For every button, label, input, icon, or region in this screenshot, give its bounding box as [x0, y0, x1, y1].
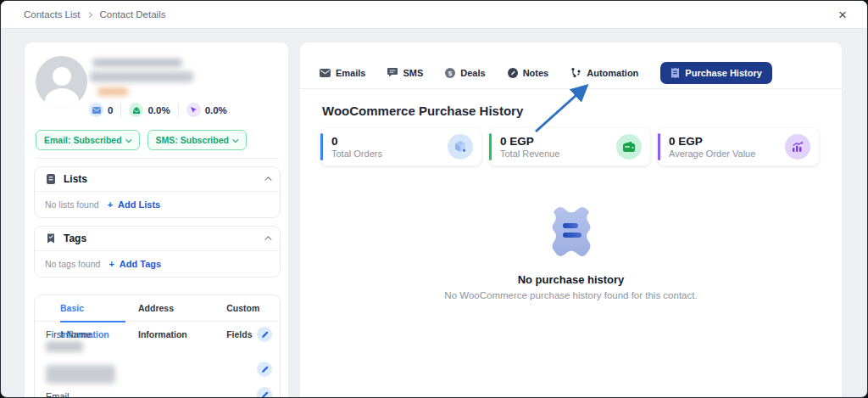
- page-title: WooCommerce Purchase History: [322, 104, 523, 118]
- lists-card-title: Lists: [64, 173, 258, 185]
- no-tags-text: No tags found: [45, 259, 100, 269]
- main-tab-bar: Emails SMS $ Deals Notes Automation Purc…: [300, 42, 842, 89]
- pencil-icon: [261, 391, 269, 398]
- stat-divider: [178, 104, 179, 117]
- edit-last-name-button[interactable]: [257, 362, 272, 377]
- contact-name-redacted: [92, 59, 182, 67]
- sms-subscription-label: SMS: Subscribed: [156, 135, 229, 145]
- add-tags-button[interactable]: + Add Tags: [108, 259, 161, 269]
- edit-email-button[interactable]: [257, 387, 272, 398]
- chevron-up-icon[interactable]: [264, 236, 271, 243]
- empty-state-title: No purchase history: [300, 273, 842, 286]
- average-order-value: 0 EGP: [669, 135, 785, 149]
- email-icon: [320, 69, 331, 77]
- first-name-value-redacted: [46, 341, 83, 352]
- lists-card-header[interactable]: Lists: [35, 167, 280, 192]
- receipt-icon: [670, 68, 680, 78]
- average-order-value-card: 0 EGP Average Order Value: [658, 128, 819, 165]
- lists-card-body: No lists found + Add Lists: [35, 192, 280, 217]
- edit-first-name-button[interactable]: [257, 327, 272, 342]
- wallet-icon: [616, 134, 642, 160]
- close-icon[interactable]: ×: [835, 6, 850, 24]
- chart-growth-icon: [785, 134, 810, 160]
- tags-card-title: Tags: [64, 233, 258, 244]
- contact-details-window: Contacts List Contact Details × 0: [0, 0, 868, 398]
- open-envelope-icon: [129, 103, 143, 117]
- total-revenue-card: 0 EGP Total Revenue: [489, 128, 650, 165]
- tab-sms-label: SMS: [403, 68, 423, 78]
- tab-notes[interactable]: Notes: [508, 68, 549, 78]
- total-orders-label: Total Orders: [331, 149, 448, 159]
- tags-card: Tags No tags found + Add Tags: [34, 226, 281, 277]
- add-lists-label: Add Lists: [118, 199, 160, 210]
- tab-deals-label: Deals: [460, 68, 485, 78]
- avatar-shoulders-shape: [45, 88, 79, 108]
- tab-custom-fields[interactable]: Custom Fields: [226, 295, 280, 322]
- subscription-buttons: Email: Subscribed SMS: Subscribed: [36, 130, 247, 150]
- sms-icon: [387, 68, 398, 77]
- envelope-icon: [89, 103, 103, 117]
- first-name-label: First Name: [46, 329, 92, 339]
- tab-automation[interactable]: Automation: [570, 67, 638, 78]
- plus-icon: +: [108, 199, 113, 210]
- click-rate-value: 0.0%: [205, 105, 227, 115]
- tab-automation-label: Automation: [587, 68, 638, 78]
- total-revenue-label: Total Revenue: [500, 149, 616, 159]
- stat-emails-sent: 0: [89, 103, 113, 117]
- tab-sms[interactable]: SMS: [387, 68, 423, 78]
- tab-deals[interactable]: $ Deals: [445, 68, 485, 78]
- total-orders-card: 0 Total Orders: [320, 128, 481, 165]
- total-orders-value: 0: [331, 135, 448, 149]
- empty-receipt-icon: [548, 202, 595, 261]
- lists-card: Lists No lists found + Add Lists: [34, 166, 281, 218]
- tags-card-header[interactable]: Tags: [35, 227, 280, 251]
- no-lists-text: No lists found: [45, 199, 99, 210]
- last-name-redacted: [46, 365, 115, 384]
- email-subscription-dropdown[interactable]: Email: Subscribed: [36, 130, 140, 150]
- stat-click-rate: 0.0%: [186, 103, 227, 117]
- tab-purchase-history-label: Purchase History: [685, 68, 761, 78]
- total-revenue-value: 0 EGP: [500, 135, 616, 149]
- pencil-icon: [261, 366, 269, 373]
- avatar-head-shape: [53, 67, 71, 86]
- breadcrumb-chevron-icon: [86, 11, 92, 17]
- contact-sidebar: 0 0.0% 0.0% Email: Subscribed: [24, 42, 289, 398]
- tab-basic-information[interactable]: Basic Information: [60, 295, 125, 322]
- tab-emails[interactable]: Emails: [320, 68, 365, 78]
- tag-icon: [45, 233, 57, 244]
- breadcrumb-contacts-list[interactable]: Contacts List: [24, 9, 80, 20]
- breadcrumb-bar: Contacts List Contact Details ×: [1, 1, 867, 29]
- notes-icon: [508, 68, 518, 78]
- empty-state: No purchase history No WooCommerce purch…: [300, 202, 842, 300]
- pencil-icon: [261, 331, 269, 339]
- contact-email-redacted: [90, 71, 193, 82]
- divider: [36, 158, 279, 159]
- plus-icon: +: [108, 259, 114, 269]
- tab-purchase-history[interactable]: Purchase History: [660, 62, 771, 84]
- cursor-click-icon: [186, 103, 201, 117]
- breadcrumb-contact-details: Contact Details: [99, 9, 165, 20]
- automation-icon: [570, 67, 581, 78]
- avatar: [36, 56, 87, 108]
- email-subscription-label: Email: Subscribed: [44, 135, 122, 145]
- stat-divider: [120, 104, 121, 117]
- tab-notes-label: Notes: [523, 68, 549, 78]
- open-rate-value: 0.0%: [147, 105, 170, 115]
- cube-icon: [448, 134, 473, 160]
- contact-info-card: Basic Information Address Information Cu…: [34, 294, 281, 398]
- main-content-panel: Emails SMS $ Deals Notes Automation Purc…: [299, 42, 843, 398]
- add-lists-button[interactable]: + Add Lists: [108, 199, 161, 210]
- empty-state-subtitle: No WooCommerce purchase history found fo…: [300, 290, 842, 300]
- chevron-down-icon: [125, 137, 131, 143]
- sms-subscription-dropdown[interactable]: SMS: Subscribed: [147, 130, 247, 150]
- tags-card-body: No tags found + Add Tags: [35, 251, 280, 277]
- emails-sent-value: 0: [108, 105, 113, 115]
- chevron-up-icon[interactable]: [264, 177, 271, 183]
- tab-address-information[interactable]: Address Information: [138, 295, 214, 322]
- chevron-down-icon: [232, 137, 238, 143]
- contact-stats: 0 0.0% 0.0%: [89, 103, 227, 117]
- add-tags-label: Add Tags: [120, 259, 161, 269]
- svg-text:$: $: [448, 69, 453, 76]
- list-icon: [45, 173, 57, 185]
- tab-emails-label: Emails: [336, 68, 365, 78]
